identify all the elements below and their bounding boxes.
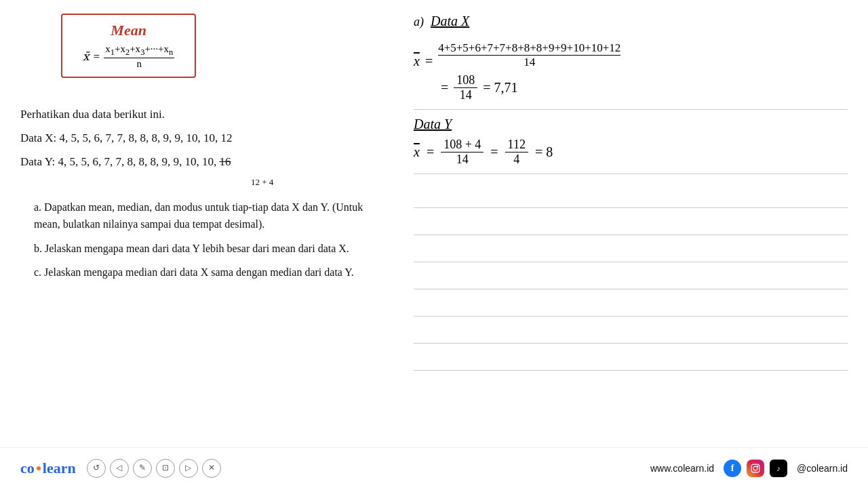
formula-denominator: n xyxy=(135,58,143,70)
item-a-letter: a. xyxy=(34,201,41,213)
data-x-result-num: 108 xyxy=(454,73,477,88)
close-button[interactable]: ✕ xyxy=(202,459,221,478)
equals-y-1: = xyxy=(427,144,434,160)
instagram-icon[interactable] xyxy=(747,460,764,477)
data-x-line: Data X: 4, 5, 5, 6, 7, 7, 8, 8, 8, 9, 9,… xyxy=(20,129,373,148)
svg-point-1 xyxy=(753,466,757,470)
footer-handle: @colearn.id xyxy=(797,463,848,474)
data-y-result: = 8 xyxy=(535,144,553,160)
replay-button[interactable]: ↺ xyxy=(87,459,106,478)
data-x-result-fraction: 108 14 xyxy=(454,73,477,102)
problem-list: a. Dapatkan mean, median, dan modus untu… xyxy=(20,199,373,281)
data-y-title: Data Y xyxy=(414,117,452,131)
footer-right: www.colearn.id f ♪ @colearn.id xyxy=(650,460,848,477)
data-y-calc-row: x = 108 + 4 14 = 112 4 = 8 xyxy=(414,138,848,167)
list-item-b: b. Jelaskan mengapa mean dari data Y leb… xyxy=(34,240,373,258)
tiktok-icon[interactable]: ♪ xyxy=(770,460,787,477)
xbar-x: x xyxy=(414,54,420,69)
problem-text: Perhatikan dua data berikut ini. Data X:… xyxy=(20,105,373,281)
facebook-icon[interactable]: f xyxy=(724,460,741,477)
back-button[interactable]: ◁ xyxy=(110,459,129,478)
equals-y-2: = xyxy=(490,144,498,160)
equals-2: = xyxy=(441,80,448,96)
skip-button[interactable]: ▷ xyxy=(179,459,198,478)
formula-fraction: x1+x2+x3+···+xn n xyxy=(104,43,174,70)
data-y-num-expr: 108 + 4 xyxy=(441,138,484,152)
list-item-a: a. Dapatkan mean, median, dan modus untu… xyxy=(34,199,373,233)
equals-sign: = xyxy=(94,50,100,64)
ruled-line-3 xyxy=(414,235,848,262)
section-a-label: a) xyxy=(414,15,424,29)
mean-title: Mean xyxy=(83,22,174,39)
data-x-label: Data X: xyxy=(20,131,56,144)
footer-controls[interactable]: ↺ ◁ ✎ ⊡ ▷ ✕ xyxy=(87,459,221,478)
data-y-line: Data Y: 4, 5, 5, 6, 7, 7, 8, 8, 8, 9, 9,… xyxy=(20,152,373,192)
ruled-line-4 xyxy=(414,262,848,289)
data-x-denominator: 14 xyxy=(438,55,620,69)
data-x-result-val: = 7,71 xyxy=(483,80,517,96)
svg-rect-0 xyxy=(751,464,760,472)
logo-dot xyxy=(37,466,41,470)
divider-2 xyxy=(414,174,848,174)
mean-formula-box: Mean x̄ = x1+x2+x3+···+xn n xyxy=(61,14,196,78)
data-y-fraction-num: 112 xyxy=(505,138,528,152)
logo-co: co xyxy=(20,460,35,477)
data-x-title: Data X xyxy=(431,14,469,29)
save-button[interactable]: ⊡ xyxy=(156,459,175,478)
xbar-symbol: x̄ xyxy=(83,49,90,64)
data-x-values: 4, 5, 5, 6, 7, 7, 8, 8, 8, 9, 9, 10, 10,… xyxy=(60,131,233,144)
data-y-annotation: 12 + 4 xyxy=(20,177,273,187)
ruled-line-5 xyxy=(414,289,848,317)
ruled-line-6 xyxy=(414,317,848,344)
data-y-fraction-den: 4 xyxy=(511,152,522,167)
logo-learn: learn xyxy=(43,460,76,477)
data-x-long-fraction: 4+5+5+6+7+7+8+8+8+9+9+10+10+12 14 xyxy=(438,41,620,69)
footer-url: www.colearn.id xyxy=(650,463,714,474)
left-panel: Mean x̄ = x1+x2+x3+···+xn n Perhatikan d… xyxy=(0,0,393,447)
item-a-text: Dapatkan mean, median, dan modus untuk t… xyxy=(34,201,363,230)
formula-numerator: x1+x2+x3+···+xn xyxy=(104,43,174,58)
data-y-values: 4, 5, 5, 6, 7, 7, 8, 8, 8, 9, 9, 10, 10,… xyxy=(58,155,231,168)
edit-button[interactable]: ✎ xyxy=(133,459,152,478)
list-item-c: c. Jelaskan mengapa median dari data X s… xyxy=(34,264,373,281)
footer: co learn ↺ ◁ ✎ ⊡ ▷ ✕ www.colearn.id f xyxy=(0,447,868,488)
ruled-line-7 xyxy=(414,344,848,371)
item-b-letter: b. xyxy=(34,243,42,254)
equals-1: = xyxy=(425,54,433,69)
data-y-den: 14 xyxy=(454,152,471,167)
xbar-y: x xyxy=(414,144,420,160)
svg-point-2 xyxy=(757,466,758,466)
data-x-result-row: = 108 14 = 7,71 xyxy=(441,73,848,102)
ruled-lines xyxy=(414,181,848,371)
data-x-calc-row: x = 4+5+5+6+7+7+8+8+8+9+9+10+10+12 14 xyxy=(414,41,848,69)
item-c-text: Jelaskan mengapa median dari data X sama… xyxy=(44,266,354,278)
ruled-line-1 xyxy=(414,181,848,208)
right-panel: a) Data X x = 4+5+5+6+7+7+8+8+8+9+9+10+1… xyxy=(393,0,868,447)
ruled-line-2 xyxy=(414,208,848,235)
data-y-result-fraction: 112 4 xyxy=(505,138,528,167)
data-x-sum-expr: 4+5+5+6+7+7+8+8+8+9+9+10+10+12 xyxy=(438,41,620,55)
mean-formula: x̄ = x1+x2+x3+···+xn n xyxy=(83,43,174,70)
colearn-logo: co learn xyxy=(20,460,76,477)
item-c-letter: c. xyxy=(34,266,41,278)
data-y-label: Data Y: xyxy=(20,155,55,168)
problem-intro: Perhatikan dua data berikut ini. xyxy=(20,105,373,125)
social-icons: f ♪ xyxy=(724,460,787,477)
item-b-text: Jelaskan mengapa mean dari data Y lebih … xyxy=(45,243,349,254)
data-x-result-den: 14 xyxy=(457,88,475,102)
data-y-main-fraction: 108 + 4 14 xyxy=(441,138,484,167)
divider-1 xyxy=(414,109,848,110)
